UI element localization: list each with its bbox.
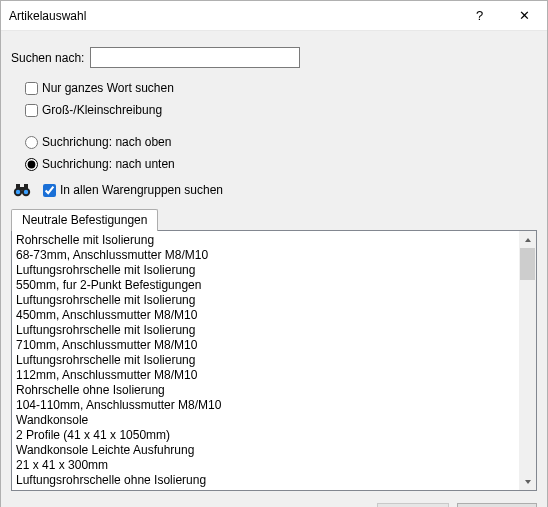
- case-sensitive-checkbox[interactable]: [25, 104, 38, 117]
- list-item[interactable]: Luftungsrohrschelle mit Isolierung710mm,…: [16, 323, 519, 353]
- list-item-line1: Rohrschelle mit Isolierung: [16, 233, 519, 248]
- direction-down-label: Suchrichung: nach unten: [42, 157, 175, 171]
- binoculars-icon: [13, 182, 31, 198]
- whole-word-label: Nur ganzes Wort suchen: [42, 81, 174, 95]
- help-button[interactable]: ?: [457, 1, 502, 31]
- list-item-line1: Luftungsrohrschelle mit Isolierung: [16, 353, 519, 368]
- svg-rect-4: [16, 184, 20, 189]
- list-item[interactable]: Rohrschelle mit Isolierung68-73mm, Ansch…: [16, 233, 519, 263]
- list-item[interactable]: Luftungsrohrschelle mit Isolierung550mm,…: [16, 263, 519, 293]
- scroll-down-arrow-icon[interactable]: [519, 473, 536, 490]
- list-item[interactable]: Luftungsrohrschelle mit Isolierung112mm,…: [16, 353, 519, 383]
- list-item-line1: Luftungsrohrschelle mit Isolierung: [16, 293, 519, 308]
- list-item[interactable]: Wandkonsole2 Profile (41 x 41 x 1050mm): [16, 413, 519, 443]
- whole-word-checkbox[interactable]: [25, 82, 38, 95]
- svg-point-2: [16, 190, 20, 194]
- list-item-line2: 21 x 41 x 300mm: [16, 458, 519, 473]
- list-item-line2: 104-110mm, Anschlussmutter M8/M10: [16, 398, 519, 413]
- search-label: Suchen nach:: [11, 51, 84, 65]
- ok-button[interactable]: OK: [377, 503, 449, 507]
- list-item[interactable]: Luftungsrohrschelle ohne Isolierung: [16, 473, 519, 488]
- window-title: Artikelauswahl: [9, 9, 457, 23]
- all-groups-checkbox[interactable]: [43, 184, 56, 197]
- titlebar: Artikelauswahl ? ✕: [1, 1, 547, 31]
- list-item-line2: 550mm, fur 2-Punkt Befestigungen: [16, 278, 519, 293]
- close-button[interactable]: ✕: [502, 1, 547, 31]
- case-sensitive-label: Groß-/Kleinschreibung: [42, 103, 162, 117]
- results-list: Rohrschelle mit Isolierung68-73mm, Ansch…: [11, 230, 537, 491]
- list-item-line1: Luftungsrohrschelle mit Isolierung: [16, 263, 519, 278]
- all-groups-row: In allen Warengruppen suchen: [11, 182, 537, 198]
- scroll-up-arrow-icon[interactable]: [519, 231, 536, 248]
- list-item[interactable]: Wandkonsole Leichte Ausfuhrung21 x 41 x …: [16, 443, 519, 473]
- dialog-window: Artikelauswahl ? ✕ Suchen nach: Nur ganz…: [0, 0, 548, 507]
- tab-neutral-fastenings[interactable]: Neutrale Befestigungen: [11, 209, 158, 231]
- button-row: OK Abbrechen: [11, 491, 537, 507]
- list-item-line1: Luftungsrohrschelle ohne Isolierung: [16, 473, 519, 488]
- cancel-button[interactable]: Abbrechen: [457, 503, 537, 507]
- list-item-line1: Luftungsrohrschelle mit Isolierung: [16, 323, 519, 338]
- list-item-line1: Rohrschelle ohne Isolierung: [16, 383, 519, 398]
- list-item[interactable]: Rohrschelle ohne Isolierung104-110mm, An…: [16, 383, 519, 413]
- close-icon: ✕: [519, 8, 530, 23]
- results-list-inner[interactable]: Rohrschelle mit Isolierung68-73mm, Ansch…: [12, 231, 519, 490]
- svg-point-3: [24, 190, 28, 194]
- svg-rect-6: [20, 187, 24, 190]
- tab-label: Neutrale Befestigungen: [22, 213, 147, 227]
- list-item-line1: Wandkonsole: [16, 413, 519, 428]
- list-item-line1: Wandkonsole Leichte Ausfuhrung: [16, 443, 519, 458]
- list-item-line2: 710mm, Anschlussmutter M8/M10: [16, 338, 519, 353]
- direction-up-radio[interactable]: [25, 136, 38, 149]
- vertical-scrollbar[interactable]: [519, 231, 536, 490]
- search-input[interactable]: [90, 47, 300, 68]
- options-block: Nur ganzes Wort suchen Groß-/Kleinschrei…: [25, 78, 537, 176]
- list-item-line2: 2 Profile (41 x 41 x 1050mm): [16, 428, 519, 443]
- direction-down-radio[interactable]: [25, 158, 38, 171]
- list-item-line2: 450mm, Anschlussmutter M8/M10: [16, 308, 519, 323]
- direction-up-label: Suchrichung: nach oben: [42, 135, 171, 149]
- list-item[interactable]: Luftungsrohrschelle mit Isolierung450mm,…: [16, 293, 519, 323]
- list-item-line2: 112mm, Anschlussmutter M8/M10: [16, 368, 519, 383]
- scrollbar-thumb[interactable]: [520, 248, 535, 280]
- search-row: Suchen nach:: [11, 47, 537, 68]
- tab-strip: Neutrale Befestigungen: [11, 208, 537, 230]
- all-groups-label: In allen Warengruppen suchen: [60, 183, 223, 197]
- help-icon: ?: [476, 8, 483, 23]
- scrollbar-track[interactable]: [519, 248, 536, 473]
- list-item-line2: 68-73mm, Anschlussmutter M8/M10: [16, 248, 519, 263]
- svg-rect-5: [24, 184, 28, 189]
- client-area: Suchen nach: Nur ganzes Wort suchen Groß…: [1, 31, 547, 507]
